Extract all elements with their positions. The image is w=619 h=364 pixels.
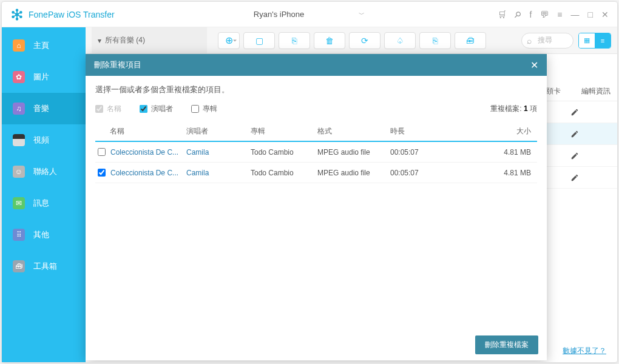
delete-button[interactable]: 🗑︎ bbox=[314, 32, 345, 49]
th-name: 名稱 bbox=[95, 126, 186, 136]
edit-icon[interactable] bbox=[570, 108, 579, 116]
filter-name[interactable]: 名稱 bbox=[95, 104, 121, 114]
facebook-icon[interactable]: f bbox=[529, 10, 532, 19]
modal-instruction: 選擇一個或者多個含重複檔案的項目。 bbox=[95, 84, 537, 95]
main-area: ⌂主頁 ✿圖片 ♫音樂 視頻 ☺聯絡人 ✉訊息 ⠿其他 🧰︎工具箱 ▾所有音樂 … bbox=[2, 27, 617, 362]
th-artist: 演唱者 bbox=[186, 126, 251, 136]
toolbar: ⊕ ▢ ⎘ 🗑︎ ⟳ ♤ ⎘ 🧰︎ bbox=[218, 32, 486, 49]
category-title[interactable]: ▾所有音樂 (4) bbox=[92, 27, 207, 53]
copy-button[interactable]: ⎘ bbox=[419, 32, 451, 49]
modal-close-button[interactable]: ✕ bbox=[530, 59, 538, 71]
svg-point-1 bbox=[16, 9, 18, 11]
grid-view-button[interactable]: ▦ bbox=[579, 33, 595, 48]
sidebar-item-images[interactable]: ✿圖片 bbox=[2, 61, 86, 93]
sidebar-label: 音樂 bbox=[33, 103, 49, 114]
delete-duplicates-modal: 刪除重複項目 ✕ 選擇一個或者多個含重複檔案的項目。 名稱 演唱者 專輯 重複檔… bbox=[86, 54, 547, 360]
search-wrap: 搜尋 ▦ ≡ bbox=[521, 33, 611, 49]
content-area: ▾所有音樂 (4) ⊕ ▢ ⎘ 🗑︎ ⟳ ♤ ⎘ 🧰︎ 搜尋 ▦ ≡ bbox=[86, 27, 617, 362]
device-select[interactable]: Ryan's iPhone ﹀ bbox=[248, 10, 365, 19]
message-icon: ✉ bbox=[13, 197, 25, 209]
triangle-down-icon: ▾ bbox=[98, 36, 101, 45]
svg-point-0 bbox=[16, 13, 18, 16]
edit-icon[interactable] bbox=[570, 130, 579, 138]
svg-line-10 bbox=[18, 13, 20, 14]
sidebar: ⌂主頁 ✿圖片 ♫音樂 視頻 ☺聯絡人 ✉訊息 ⠿其他 🧰︎工具箱 bbox=[2, 27, 86, 362]
app-title: FonePaw iOS Transfer bbox=[29, 10, 115, 19]
cart-icon[interactable]: 🛒︎ bbox=[498, 10, 506, 19]
modal-body: 選擇一個或者多個含重複檔案的項目。 名稱 演唱者 專輯 重複檔案: 1 項 名稱… bbox=[86, 76, 547, 329]
app-window: FonePaw iOS Transfer Ryan's iPhone ﹀ 🛒︎ … bbox=[1, 1, 618, 363]
row-checkbox[interactable] bbox=[98, 148, 106, 156]
sidebar-item-video[interactable]: 視頻 bbox=[2, 124, 86, 156]
other-icon: ⠿ bbox=[13, 229, 25, 241]
sidebar-item-contacts[interactable]: ☺聯絡人 bbox=[2, 156, 86, 187]
th-format: 格式 bbox=[317, 126, 390, 136]
view-toggle: ▦ ≡ bbox=[578, 33, 611, 49]
svg-line-11 bbox=[14, 15, 16, 16]
sidebar-item-messages[interactable]: ✉訊息 bbox=[2, 187, 86, 219]
to-device-button[interactable]: ▢ bbox=[243, 32, 275, 49]
maximize-button[interactable]: □ bbox=[588, 10, 593, 19]
sidebar-label: 主頁 bbox=[33, 40, 49, 51]
modal-header: 刪除重複項目 ✕ bbox=[86, 54, 547, 76]
menu-icon[interactable]: ≡ bbox=[557, 10, 562, 19]
sidebar-label: 工具箱 bbox=[33, 261, 57, 272]
sidebar-item-other[interactable]: ⠿其他 bbox=[2, 219, 86, 251]
table-row[interactable]: Coleccionista De C... Camila Todo Cambio… bbox=[95, 142, 537, 163]
sidebar-label: 圖片 bbox=[33, 72, 49, 83]
search-input[interactable]: 搜尋 bbox=[521, 33, 573, 49]
contacts-icon: ☺ bbox=[13, 166, 25, 178]
sidebar-label: 聯絡人 bbox=[33, 166, 57, 177]
table-row[interactable]: Coleccionista De C... Camila Todo Cambio… bbox=[95, 163, 537, 183]
sidebar-item-toolbox[interactable]: 🧰︎工具箱 bbox=[2, 251, 86, 282]
toolbox-button[interactable]: 🧰︎ bbox=[455, 32, 486, 49]
sub-header: ▾所有音樂 (4) ⊕ ▢ ⎘ 🗑︎ ⟳ ♤ ⎘ 🧰︎ 搜尋 ▦ ≡ bbox=[86, 27, 617, 54]
svg-point-2 bbox=[16, 18, 18, 19]
sidebar-item-music[interactable]: ♫音樂 bbox=[2, 93, 86, 124]
svg-line-9 bbox=[14, 13, 16, 14]
svg-point-4 bbox=[20, 11, 22, 13]
ringtone-button[interactable]: ♤ bbox=[384, 32, 416, 49]
svg-line-12 bbox=[18, 15, 20, 16]
list-view-button[interactable]: ≡ bbox=[595, 33, 611, 48]
title-bar: FonePaw iOS Transfer Ryan's iPhone ﹀ 🛒︎ … bbox=[2, 2, 617, 27]
home-icon: ⌂ bbox=[13, 39, 25, 52]
to-pc-button[interactable]: ⎘ bbox=[279, 32, 310, 49]
video-icon bbox=[13, 134, 25, 146]
row-checkbox[interactable] bbox=[98, 169, 106, 177]
device-name: Ryan's iPhone bbox=[254, 10, 304, 19]
duplicate-count: 重複檔案: 1 項 bbox=[490, 104, 537, 114]
svg-point-5 bbox=[12, 16, 14, 18]
minimize-button[interactable]: ― bbox=[571, 10, 580, 19]
sidebar-label: 視頻 bbox=[33, 135, 49, 146]
help-link[interactable]: 數據不見了？ bbox=[563, 346, 606, 356]
checkbox-artist[interactable] bbox=[140, 105, 147, 113]
toolbox-icon: 🧰︎ bbox=[13, 260, 25, 272]
checkbox-name bbox=[95, 105, 103, 113]
table-header: 名稱 演唱者 專輯 格式 時長 大小 bbox=[95, 121, 537, 142]
window-buttons: 🛒︎ ⚲ f 💬︎ ≡ ― □ ✕ bbox=[498, 10, 609, 19]
add-button[interactable]: ⊕ bbox=[218, 32, 240, 49]
delete-duplicates-button[interactable]: 刪除重複檔案 bbox=[475, 335, 538, 354]
music-icon: ♫ bbox=[13, 103, 25, 115]
close-button[interactable]: ✕ bbox=[601, 10, 609, 19]
modal-footer: 刪除重複檔案 bbox=[86, 329, 547, 360]
filter-album[interactable]: 專輯 bbox=[191, 104, 217, 114]
bg-col-edit: 編輯資訊 bbox=[575, 81, 617, 101]
edit-icon[interactable] bbox=[570, 174, 579, 182]
chevron-down-icon: ﹀ bbox=[359, 10, 365, 19]
th-duration: 時長 bbox=[390, 126, 445, 136]
filter-artist[interactable]: 演唱者 bbox=[140, 104, 173, 114]
sidebar-label: 訊息 bbox=[33, 198, 49, 209]
svg-point-6 bbox=[20, 16, 22, 18]
edit-icon[interactable] bbox=[570, 152, 579, 160]
refresh-button[interactable]: ⟳ bbox=[349, 32, 381, 49]
feedback-icon[interactable]: 💬︎ bbox=[540, 10, 549, 19]
key-icon[interactable]: ⚲ bbox=[512, 8, 523, 19]
th-size: 大小 bbox=[445, 126, 537, 136]
sidebar-label: 其他 bbox=[33, 229, 49, 240]
sidebar-item-home[interactable]: ⌂主頁 bbox=[2, 30, 86, 61]
checkbox-album[interactable] bbox=[191, 105, 199, 113]
image-icon: ✿ bbox=[13, 71, 25, 83]
app-logo-icon bbox=[10, 8, 24, 21]
